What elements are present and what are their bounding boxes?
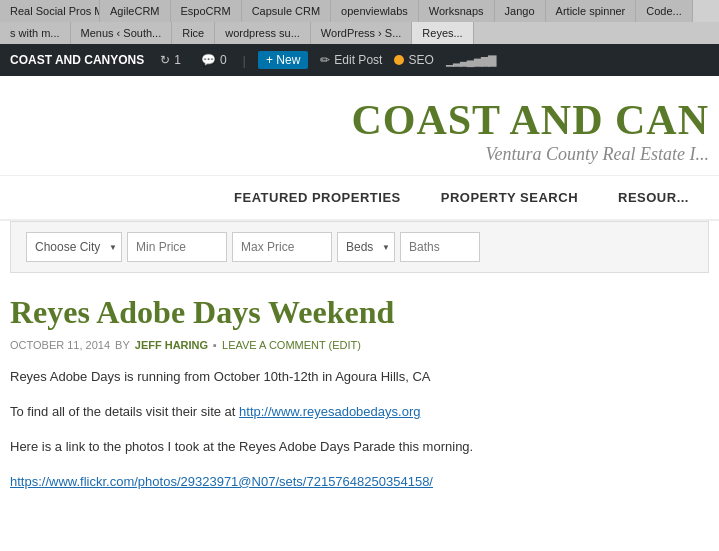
tab-spinner[interactable]: Article spinner (546, 0, 637, 22)
seo-indicator[interactable]: SEO (394, 53, 433, 67)
post-comment-link[interactable]: LEAVE A COMMENT (EDIT) (222, 339, 361, 351)
tab2-menus[interactable]: Menus ‹ South... (71, 22, 173, 44)
tab-capsule[interactable]: Capsule CRM (242, 0, 331, 22)
comment-icon: 💬 (201, 53, 216, 67)
admin-brand[interactable]: COAST AND CANYONS (10, 53, 144, 67)
site-subtitle: Ventura County Real Estate I... (10, 144, 709, 165)
min-price-input[interactable] (127, 232, 227, 262)
admin-bar: COAST AND CANYONS ↻ 1 💬 0 | + New ✏ Edit… (0, 44, 719, 76)
new-button[interactable]: + New (258, 51, 308, 69)
browser-tabs-row1: Real Social Pros Mail AgileCRM EspoCRM C… (0, 0, 719, 22)
admin-refresh[interactable]: ↻ 1 (156, 51, 185, 69)
city-select[interactable]: Choose City (26, 232, 122, 262)
site-title[interactable]: COAST AND CAN (10, 96, 709, 144)
admin-comments[interactable]: 💬 0 (197, 51, 231, 69)
tab-openview[interactable]: openviewlabs (331, 0, 419, 22)
seo-status-dot (394, 55, 404, 65)
beds-select[interactable]: Beds (337, 232, 395, 262)
refresh-icon: ↻ (160, 53, 170, 67)
post-body: Reyes Adobe Days is running from October… (10, 367, 709, 492)
post-paragraph-4: https://www.flickr.com/photos/29323971@N… (10, 472, 709, 493)
post-date: OCTOBER 11, 2014 (10, 339, 110, 351)
tab2-swith[interactable]: s with m... (0, 22, 71, 44)
main-content: Reyes Adobe Days Weekend OCTOBER 11, 201… (0, 273, 719, 527)
tab-realsocial[interactable]: Real Social Pros Mail (0, 0, 100, 22)
nav-resources[interactable]: RESOUR... (598, 176, 709, 219)
tab-jango[interactable]: Jango (495, 0, 546, 22)
post-author[interactable]: JEFF HARING (135, 339, 208, 351)
analytics-chart[interactable]: ▁▂▃▄▅▆▇ (446, 54, 495, 67)
tab-agilecrm[interactable]: AgileCRM (100, 0, 171, 22)
flickr-link[interactable]: https://www.flickr.com/photos/29323971@N… (10, 474, 433, 489)
post-paragraph-3: Here is a link to the photos I took at t… (10, 437, 709, 458)
browser-tabs-row2: s with m... Menus ‹ South... Rice wordpr… (0, 22, 719, 44)
post-by: BY (115, 339, 130, 351)
tab2-wpsu[interactable]: wordpress su... (215, 22, 311, 44)
max-price-input[interactable] (232, 232, 332, 262)
beds-select-wrapper: Beds (337, 232, 395, 262)
baths-input[interactable] (400, 232, 480, 262)
post-meta: OCTOBER 11, 2014 BY JEFF HARING ▪ LEAVE … (10, 339, 709, 351)
tab2-reyes[interactable]: Reyes... (412, 22, 473, 44)
site-header: COAST AND CAN Ventura County Real Estate… (0, 76, 719, 176)
property-search-bar: Choose City Beds (10, 221, 709, 273)
tab-code[interactable]: Code... (636, 0, 692, 22)
reyesadobe-link[interactable]: http://www.reyesadobedays.org (239, 404, 420, 419)
main-nav: FEATURED PROPERTIES PROPERTY SEARCH RESO… (0, 176, 719, 221)
tab2-wps[interactable]: WordPress › S... (311, 22, 412, 44)
comment-icon: ▪ (213, 339, 217, 351)
post-paragraph-1: Reyes Adobe Days is running from October… (10, 367, 709, 388)
pencil-icon: ✏ (320, 53, 330, 67)
nav-featured-properties[interactable]: FEATURED PROPERTIES (214, 176, 421, 219)
tab2-rice[interactable]: Rice (172, 22, 215, 44)
nav-property-search[interactable]: PROPERTY SEARCH (421, 176, 598, 219)
tab-worksnaps[interactable]: Worksnaps (419, 0, 495, 22)
post-title: Reyes Adobe Days Weekend (10, 293, 709, 331)
tab-epocrm[interactable]: EspoCRM (171, 0, 242, 22)
city-select-wrapper: Choose City (26, 232, 122, 262)
post-paragraph-2: To find all of the details visit their s… (10, 402, 709, 423)
edit-post-button[interactable]: ✏ Edit Post (320, 53, 382, 67)
